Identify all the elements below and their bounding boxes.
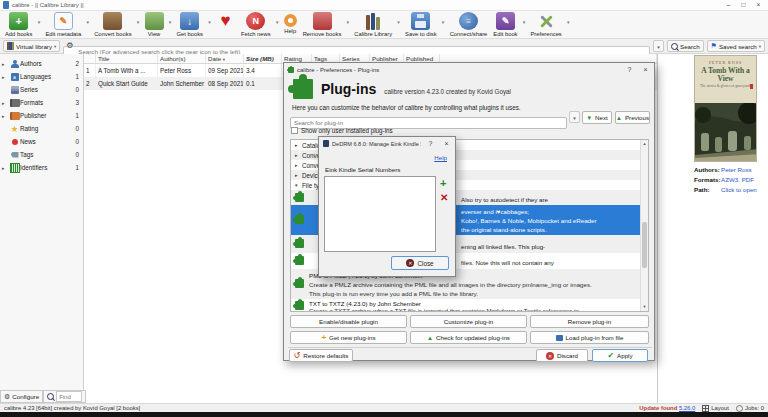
formats-link[interactable]: AZW3, PDF [721, 176, 754, 183]
dialog-close-button[interactable]: × [440, 138, 453, 149]
column-date[interactable]: Date ▾ [206, 54, 244, 63]
save-to-disk-button[interactable]: Save to disk [402, 12, 440, 37]
next-button[interactable]: ▼ Next [582, 111, 612, 124]
view-button[interactable]: View [142, 12, 167, 37]
layout-button[interactable]: Layout [702, 405, 729, 412]
previous-button[interactable]: ▲ Previous [615, 111, 650, 124]
plugin-row-txt-to-txtz[interactable]: TXT to TXTZ (4.23.0) by John Schember Cr… [291, 299, 648, 312]
convert-books-button[interactable]: Convert books [91, 12, 134, 37]
fetch-news-button[interactable]: N Fetch news [238, 12, 274, 37]
close-circle-icon: ✕ [406, 259, 414, 267]
sidebar-item-series[interactable]: Series 0 [0, 83, 83, 96]
delete-serial-button[interactable]: ✕ [440, 193, 448, 203]
sidebar-item-languages[interactable]: ▸ a Languages 1 [0, 70, 83, 83]
connect-share-button[interactable]: ≡ Connect/share [447, 12, 491, 37]
remove-books-button[interactable]: Remove books [300, 12, 345, 37]
remove-books-dropdown-icon[interactable]: ▾ [344, 12, 351, 25]
jobs-button[interactable]: Jobs: 0 [736, 405, 764, 412]
help-button[interactable]: Help [281, 12, 300, 34]
plugin-list-scrollbar[interactable]: ▲ ▼ [640, 140, 648, 311]
remove-plugin-button[interactable]: Remove plug-in [530, 315, 649, 328]
expand-icon[interactable]: ▸ [295, 142, 302, 148]
check-updated-plugins-button[interactable]: ▲ Check for updated plug-ins [410, 331, 527, 344]
restore-defaults-button[interactable]: ↺ Restore defaults [289, 349, 353, 362]
scroll-up-icon[interactable]: ▲ [641, 140, 648, 148]
add-books-button[interactable]: + Add books [2, 12, 35, 37]
scroll-down-icon[interactable]: ▼ [641, 303, 648, 311]
get-books-button[interactable]: ↓ Get books [174, 12, 206, 37]
dialog-help-button[interactable]: ? [424, 138, 437, 149]
donate-button[interactable]: ♥ [213, 12, 238, 30]
scrollbar-thumb[interactable] [642, 222, 647, 268]
search-history-dropdown[interactable]: ▾ [653, 40, 664, 52]
close-button[interactable]: × [751, 0, 766, 10]
get-books-dropdown-icon[interactable]: ▾ [206, 12, 213, 25]
sidebar-item-formats[interactable]: ▸ Formats 3 [0, 96, 83, 109]
book-cover[interactable]: Peter Ross A Tomb With a View The storie… [694, 55, 757, 162]
add-books-dropdown-icon[interactable]: ▾ [35, 12, 42, 25]
expand-icon[interactable]: ▸ [295, 152, 302, 158]
add-serial-button[interactable]: + [440, 178, 446, 189]
edit-book-dropdown-icon[interactable]: ▾ [521, 12, 528, 25]
edit-metadata-dropdown-icon[interactable]: ▾ [84, 12, 91, 25]
maximize-button[interactable]: □ [736, 0, 751, 10]
details-path-row: Path: Click to open [694, 186, 757, 193]
fetch-news-dropdown-icon[interactable]: ▾ [274, 12, 281, 25]
search-gear-icon[interactable]: ⚙ [66, 40, 73, 52]
update-arrow-icon: ▲ [427, 335, 433, 341]
preferences-dropdown-icon[interactable]: ▾ [565, 12, 572, 25]
edit-book-button[interactable]: ✎ Edit book [490, 12, 520, 37]
apply-button[interactable]: ✓ Apply [592, 349, 648, 362]
status-bar: calibre 4.23 [64bit] created by Kovid Go… [0, 403, 768, 412]
expand-icon[interactable]: ▸ [295, 162, 302, 168]
virtual-library-button[interactable]: Virtual library ▾ [3, 40, 60, 52]
authors-link[interactable]: Peter Ross [721, 166, 752, 173]
puzzle-icon [295, 239, 304, 248]
preferences-button[interactable]: Preferences [528, 12, 565, 37]
plugin-search-dropdown[interactable]: ▾ [569, 111, 580, 123]
search-button[interactable]: Search [667, 40, 704, 52]
calibre-library-dropdown-icon[interactable]: ▾ [395, 12, 402, 25]
load-plugin-from-file-button[interactable]: Load plug-in from file [530, 331, 649, 344]
serial-numbers-listbox[interactable] [324, 176, 436, 252]
expand-icon[interactable]: ▸ [2, 100, 9, 106]
column-authors[interactable]: Author(s) [158, 54, 206, 63]
save-to-disk-dropdown-icon[interactable]: ▾ [440, 12, 447, 25]
discard-button[interactable]: ✕ Discard [536, 349, 588, 362]
sidebar-item-news[interactable]: News 0 [0, 135, 83, 148]
minimize-button[interactable]: – [721, 0, 736, 10]
dialog-close-button[interactable]: × [639, 64, 652, 75]
enable-disable-plugin-button[interactable]: Enable/disable plugin [290, 315, 407, 328]
column-size[interactable]: Size (MB) [244, 54, 282, 63]
saved-search-button[interactable]: ⚑ Saved search ▾ [707, 40, 765, 52]
expand-icon[interactable]: ▸ [2, 61, 9, 67]
help-link[interactable]: Help [434, 154, 447, 161]
sidebar-item-rating[interactable]: ★ Rating 0 [0, 122, 83, 135]
expand-icon[interactable]: ▸ [2, 165, 9, 171]
show-only-user-installed-checkbox[interactable]: Show only user installed plug-ins [291, 127, 393, 134]
expand-icon[interactable]: ▸ [2, 113, 9, 119]
customize-plugin-button[interactable]: Customize plug-in [410, 315, 527, 328]
expand-icon[interactable]: ▸ [2, 74, 9, 80]
path-link[interactable]: Click to open [721, 186, 757, 193]
sidebar-item-publisher[interactable]: ▸ Publisher 1 [0, 109, 83, 122]
sidebar-item-tags[interactable]: Tags 0 [0, 148, 83, 161]
dialog-help-button[interactable]: ? [623, 64, 636, 75]
view-dropdown-icon[interactable]: ▾ [167, 12, 174, 25]
collapse-icon[interactable]: ▾ [295, 182, 302, 188]
column-title[interactable]: Title [96, 54, 158, 63]
get-new-plugins-button[interactable]: + Get new plug-ins [290, 331, 407, 344]
up-arrow-icon: ▲ [616, 115, 622, 121]
expand-icon[interactable]: ▸ [295, 172, 302, 178]
convert-books-dropdown-icon[interactable]: ▾ [135, 12, 142, 25]
calibre-library-button[interactable]: Calibre Library [351, 12, 395, 37]
sidebar-item-identifiers[interactable]: ▸ Identifiers 1 [0, 161, 83, 174]
update-notification[interactable]: Update found 5.26.0 [639, 405, 695, 411]
sidebar-item-authors[interactable]: ▸ Authors 2 [0, 57, 83, 70]
tag-find-input[interactable] [56, 391, 82, 402]
close-button[interactable]: ✕ Close [391, 256, 449, 270]
edit-metadata-button[interactable]: ✎ Edit metadata [42, 12, 84, 37]
update-version-link[interactable]: 5.26.0 [679, 405, 695, 411]
tag-find-box[interactable] [43, 390, 86, 403]
configure-button[interactable]: ⚙ Configure [0, 390, 43, 403]
